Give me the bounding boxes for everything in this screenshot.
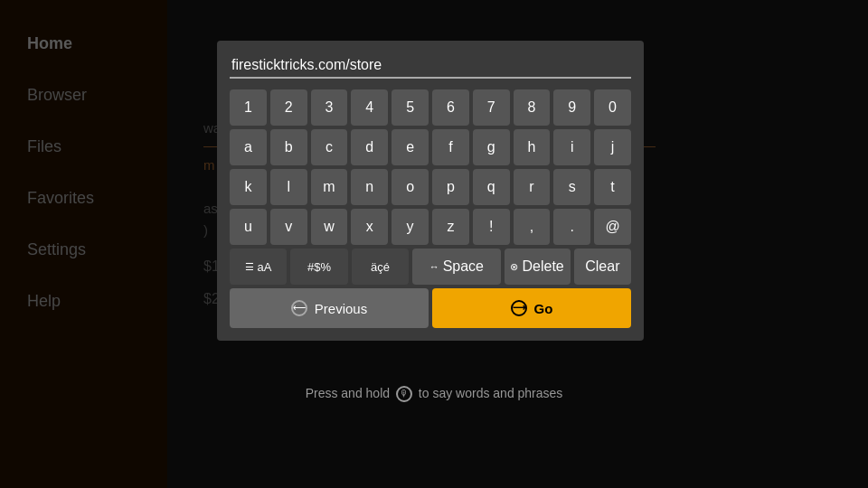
key-y[interactable]: y	[392, 209, 429, 245]
keyboard-dialog: 1 2 3 4 5 6 7 8 9 0 a b c d e f g h i j …	[217, 41, 644, 341]
key-accents[interactable]: äçé	[352, 249, 409, 285]
key-2[interactable]: 2	[270, 89, 307, 126]
key-row-k-t: k l m n o p q r s t	[230, 169, 631, 205]
key-r[interactable]: r	[514, 169, 551, 205]
key-q[interactable]: q	[473, 169, 510, 205]
key-0[interactable]: 0	[594, 89, 631, 126]
key-at[interactable]: @	[594, 209, 631, 245]
key-o[interactable]: o	[392, 169, 429, 205]
key-s[interactable]: s	[553, 169, 590, 205]
key-w[interactable]: w	[311, 209, 348, 245]
key-8[interactable]: 8	[514, 89, 551, 126]
key-n[interactable]: n	[351, 169, 388, 205]
key-l[interactable]: l	[270, 169, 307, 205]
key-caps[interactable]: ☰ aA	[230, 249, 287, 285]
key-d[interactable]: d	[351, 129, 388, 165]
key-m[interactable]: m	[311, 169, 348, 205]
key-space[interactable]: ↔Space	[412, 249, 500, 285]
key-i[interactable]: i	[553, 129, 590, 165]
key-4[interactable]: 4	[351, 89, 388, 126]
key-u[interactable]: u	[230, 209, 267, 245]
key-period[interactable]: .	[553, 209, 590, 245]
key-clear[interactable]: Clear	[574, 249, 631, 285]
key-5[interactable]: 5	[392, 89, 429, 126]
previous-button[interactable]: ⟵ Previous	[230, 288, 429, 328]
key-delete[interactable]: ⊗Delete	[505, 249, 571, 285]
key-t[interactable]: t	[594, 169, 631, 205]
key-exclaim[interactable]: !	[473, 209, 510, 245]
previous-arrow-icon: ⟵	[291, 300, 307, 316]
key-7[interactable]: 7	[473, 89, 510, 126]
key-v[interactable]: v	[270, 209, 307, 245]
key-c[interactable]: c	[311, 129, 348, 165]
key-f[interactable]: f	[432, 129, 469, 165]
key-1[interactable]: 1	[230, 89, 267, 126]
mic-icon: 🎙	[396, 386, 412, 402]
key-g[interactable]: g	[473, 129, 510, 165]
key-row-u-at: u v w x y z ! , . @	[230, 209, 631, 245]
go-arrow-icon: ⟶	[511, 300, 527, 316]
bottom-row: ⟵ Previous ⟶ Go	[230, 288, 631, 328]
key-row-numbers: 1 2 3 4 5 6 7 8 9 0	[230, 89, 631, 126]
key-k[interactable]: k	[230, 169, 267, 205]
key-p[interactable]: p	[432, 169, 469, 205]
go-button[interactable]: ⟶ Go	[432, 288, 631, 328]
key-j[interactable]: j	[594, 129, 631, 165]
key-h[interactable]: h	[514, 129, 551, 165]
key-z[interactable]: z	[432, 209, 469, 245]
keyboard-grid: 1 2 3 4 5 6 7 8 9 0 a b c d e f g h i j …	[230, 89, 631, 285]
bottom-hint: Press and hold 🎙 to say words and phrase…	[0, 386, 868, 402]
key-3[interactable]: 3	[311, 89, 348, 126]
key-a[interactable]: a	[230, 129, 267, 165]
key-row-a-j: a b c d e f g h i j	[230, 129, 631, 165]
key-e[interactable]: e	[392, 129, 429, 165]
url-input[interactable]	[230, 53, 631, 79]
key-6[interactable]: 6	[432, 89, 469, 126]
key-comma[interactable]: ,	[514, 209, 551, 245]
key-9[interactable]: 9	[553, 89, 590, 126]
url-input-row	[230, 53, 631, 79]
key-row-special: ☰ aA #$% äçé ↔Space ⊗Delete Clear	[230, 249, 631, 285]
key-b[interactable]: b	[270, 129, 307, 165]
key-symbols[interactable]: #$%	[290, 249, 347, 285]
key-x[interactable]: x	[351, 209, 388, 245]
